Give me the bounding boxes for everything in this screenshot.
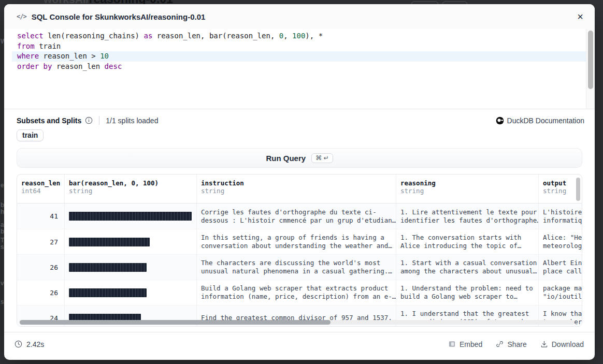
cell-bar [64,255,196,280]
download-button[interactable]: Download [540,340,584,348]
cell-instruction: In this setting, a group of friends is h… [196,229,396,254]
backdrop-text-fragment: s [1,298,4,305]
column-type: string [400,187,534,195]
embed-icon [448,340,456,348]
column-name: reasoning [400,179,534,187]
download-label: Download [552,340,584,348]
share-link-icon [496,340,504,348]
embed-label: Embed [460,340,482,348]
cell-text-line: dessous : L'histoir cmmencé par un grup … [201,216,392,225]
bar-glyph [69,288,147,297]
code-token: from [17,42,35,50]
cell-reason-len: 27 [17,229,64,254]
code-line[interactable]: order by reason_len desc [12,62,586,72]
code-token: select [17,32,44,40]
keyboard-shortcut-badge: ⌘ ↵ [311,153,333,163]
table-row[interactable]: 27In this setting, a group of friends is… [17,229,582,254]
column-header-bar-reason-len-0-100-: bar(reason_len, 0, 100)string [64,174,196,203]
duckdb-documentation-link[interactable]: DuckDB Documentation [496,117,584,125]
code-token: reason_len > [39,52,100,60]
run-query-label: Run Query [266,154,306,163]
column-header-reasoning: reasoningstring [396,174,538,203]
cell-output: Albert Einsteplace called [538,255,582,280]
sql-console-modal: </> SQL Console for SkunkworksAI/reasoni… [4,4,595,360]
code-token: reason_len [52,62,104,70]
backdrop-page-header: worksAI/reasoning-0.01 [0,0,603,4]
code-line[interactable]: select len(reasoning_chains) as reason_l… [12,31,586,41]
column-type: int64 [21,187,60,195]
editor-scrollbar[interactable] [586,29,595,109]
cell-text-line: build a Golang web scraper to… [400,293,534,301]
split-chip-train[interactable]: train [17,129,44,141]
cell-text-line: I know that t [543,310,578,318]
column-name: instruction [201,179,392,187]
backdrop-text-fragment: b [1,201,4,209]
duckdb-logo-icon [496,117,504,125]
cell-text-line: In this setting, a group of friends is h… [201,234,392,242]
cell-text-line: Albert Einste [543,259,578,267]
cell-reasoning: 1. Lire attentivement le texte pourident… [396,203,538,229]
table-header: reason_lenint64bar(reason_len, 0, 100)st… [17,174,582,203]
code-line[interactable]: from train [12,41,586,52]
column-type: string [543,187,578,195]
cell-text-line: Corrige les fautes d'orthographe du text… [201,208,392,216]
run-query-button[interactable]: Run Query ⌘ ↵ [17,148,582,168]
table-horizontal-scrollbar-thumb[interactable] [20,320,331,325]
cell-bar [64,203,196,229]
cell-text-line: L'histoire co [543,208,578,216]
column-type: string [201,187,392,195]
cell-text-line: place called [543,267,578,275]
embed-button[interactable]: Embed [448,340,482,348]
sql-editor-lines[interactable]: select len(reasoning_chains) as reason_l… [12,31,586,109]
code-line[interactable]: where reason_len > 10 [12,51,586,62]
code-token: 0 [279,32,283,40]
code-token: as [143,32,152,40]
table-horizontal-scrollbar[interactable] [19,320,575,325]
code-token: order [17,62,39,70]
cell-text-line: informatique [543,216,578,225]
code-token: 10 [100,52,109,60]
table-row[interactable]: 41Corrige les fautes d'orthographe du te… [17,203,582,229]
bar-glyph [69,238,150,246]
table-vertical-scrollbar[interactable] [576,178,580,201]
info-icon[interactable] [85,117,93,124]
editor-scrollbar-thumb[interactable] [588,31,593,89]
column-name: output [543,179,578,187]
backdrop-text-fragment: s [1,243,4,251]
query-time-label: 2.42s [26,340,44,348]
cell-text-line: 1. I understand that the greatest [400,310,534,318]
backdrop-text-fragment: W [1,38,4,45]
cell-output: L'histoire coinformatique [538,203,582,229]
bar-glyph [69,263,147,272]
table-body: 41Corrige les fautes d'orthographe du te… [17,203,582,327]
cell-bar [64,280,196,305]
backdrop-dataset-title: worksAI/reasoning-0.01 [44,0,173,4]
cell-text-line: identifier les fautes d'orthographe… [400,216,534,225]
cell-text-line: package main [543,284,578,293]
column-header-instruction: instructionstring [196,174,396,203]
cell-reason-len: 26 [17,280,64,305]
code-token: where [17,52,39,60]
table-row[interactable]: 26Build a Golang web scraper that extrac… [17,280,582,305]
share-button[interactable]: Share [496,340,526,348]
table-row[interactable]: 26The characters are discussing the worl… [17,254,582,280]
backdrop-text-fragment: v [1,280,4,287]
code-token: by [44,62,52,70]
cell-reasoning: 1. Start with a casual conversationamong… [396,255,538,280]
close-icon[interactable]: × [574,9,586,24]
splits-chip-row: train [4,125,595,141]
modal-header: </> SQL Console for SkunkworksAI/reasoni… [4,4,595,29]
backdrop-text-fragment: e [1,182,4,189]
code-token: 100 [292,32,305,40]
cell-text-line: 1. Start with a casual conversation [400,259,534,267]
column-header-reason-len: reason_lenint64 [17,174,64,203]
code-icon: </> [17,13,26,20]
bar-glyph [69,212,192,221]
cell-instruction: The characters are discussing the world'… [196,255,396,280]
code-token [39,62,43,70]
cell-text-line: among the characters about unusual… [400,267,534,275]
code-token: len(reasoning_chains) [44,32,144,40]
modal-title: SQL Console for SkunkworksAI/reasoning-0… [32,12,206,21]
cell-text-line: conversation about understanding the wea… [201,242,392,250]
clock-icon [15,340,22,348]
